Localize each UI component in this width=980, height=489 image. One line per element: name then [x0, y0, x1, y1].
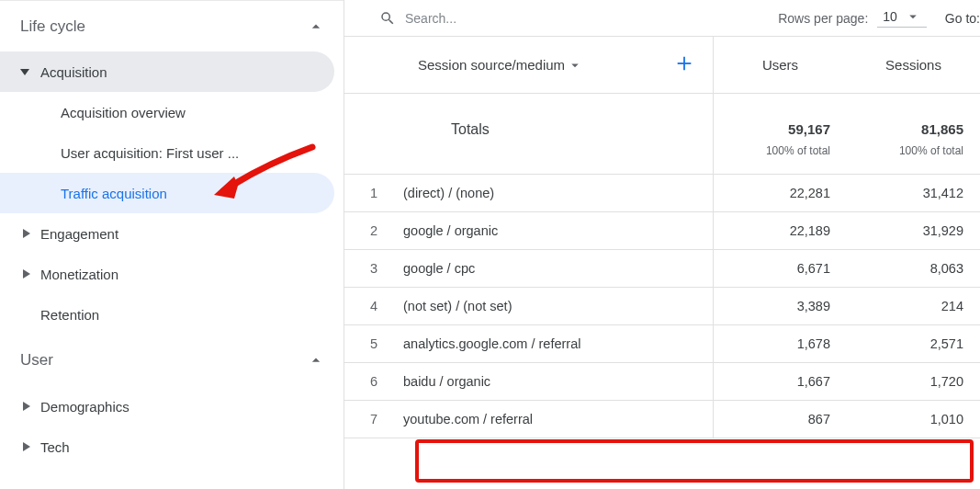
nav-item-label: Retention — [40, 307, 99, 323]
metric-header-sessions[interactable]: Sessions — [847, 37, 980, 94]
nav-group-label: Engagement — [40, 226, 118, 242]
plus-icon — [674, 53, 694, 74]
row-users-value: 22,189 — [714, 212, 847, 250]
section-label: User — [20, 351, 53, 370]
row-index: 4 — [344, 288, 390, 325]
chevron-up-icon — [307, 351, 325, 370]
row-sessions-value: 1,010 — [847, 401, 980, 438]
row-sessions-value: 8,063 — [847, 250, 980, 288]
totals-sessions: 81,865 100% of total — [847, 94, 980, 175]
goto-label[interactable]: Go to: — [945, 11, 980, 26]
row-dimension-value[interactable]: google / organic — [390, 212, 714, 250]
nav-group-label: Tech — [40, 439, 70, 455]
section-heading-user[interactable]: User — [0, 335, 344, 386]
data-table: Session source/medium Users Sessions Tot… — [344, 37, 980, 438]
row-users-value: 6,671 — [714, 250, 847, 288]
nav-group-tech[interactable]: Tech — [0, 426, 344, 467]
search-field[interactable] — [379, 10, 778, 27]
nav-group-demographics[interactable]: Demographics — [0, 386, 344, 426]
section-label: Life cycle — [20, 17, 85, 36]
triangle-down-icon — [20, 67, 33, 76]
row-dimension-value[interactable]: google / cpc — [390, 250, 714, 288]
search-icon — [379, 10, 396, 27]
nav-group-monetization[interactable]: Monetization — [0, 254, 344, 294]
nav-group-label: Demographics — [40, 399, 130, 415]
row-index: 1 — [344, 175, 390, 212]
row-index: 5 — [344, 325, 390, 363]
totals-users-pct: 100% of total — [766, 144, 830, 157]
main-content: Rows per page: 10 Go to: Session source/… — [344, 0, 980, 489]
nav-item-user-acquisition[interactable]: User acquisition: First user ... — [0, 132, 334, 173]
row-sessions-value: 31,929 — [847, 212, 980, 250]
search-input[interactable] — [405, 11, 534, 26]
totals-label-cell: Totals — [344, 94, 714, 175]
nav-item-traffic-acquisition[interactable]: Traffic acquisition — [0, 173, 334, 213]
chevron-up-icon — [307, 17, 325, 36]
row-index: 7 — [344, 401, 390, 438]
totals-sessions-value: 81,865 — [863, 121, 963, 137]
triangle-right-icon — [20, 402, 33, 411]
rows-select[interactable]: 10 — [877, 8, 927, 28]
add-dimension-button[interactable] — [674, 53, 694, 76]
nav-item-retention[interactable]: Retention — [0, 294, 344, 335]
row-index: 6 — [344, 363, 390, 401]
row-index: 2 — [344, 212, 390, 250]
nav-group-label: Acquisition — [40, 64, 107, 80]
table-toolbar: Rows per page: 10 Go to: — [344, 0, 980, 37]
sidebar: Life cycle Acquisition Acquisition overv… — [0, 0, 344, 489]
dimension-header[interactable]: Session source/medium — [344, 37, 714, 94]
row-dimension-value[interactable]: (direct) / (none) — [390, 175, 714, 212]
nav-group-engagement[interactable]: Engagement — [0, 213, 344, 254]
nav-group-acquisition[interactable]: Acquisition — [0, 51, 334, 92]
annotation-highlight-box — [415, 439, 974, 483]
rows-value: 10 — [883, 9, 897, 24]
dimension-name: Session source/medium — [418, 57, 565, 73]
row-users-value: 22,281 — [714, 175, 847, 212]
row-users-value: 1,667 — [714, 363, 847, 401]
dropdown-icon — [567, 57, 583, 74]
row-dimension-value[interactable]: baidu / organic — [390, 363, 714, 401]
row-dimension-value[interactable]: analytics.google.com / referral — [390, 325, 714, 363]
row-users-value: 867 — [714, 401, 847, 438]
row-users-value: 1,678 — [714, 325, 847, 363]
row-users-value: 3,389 — [714, 288, 847, 325]
nav-item-label: Acquisition overview — [61, 105, 186, 120]
totals-label: Totals — [451, 121, 490, 137]
rows-per-page[interactable]: Rows per page: 10 — [778, 8, 927, 28]
row-sessions-value: 1,720 — [847, 363, 980, 401]
triangle-right-icon — [20, 229, 33, 238]
row-index: 3 — [344, 250, 390, 288]
totals-sessions-pct: 100% of total — [899, 144, 963, 157]
row-dimension-value[interactable]: (not set) / (not set) — [390, 288, 714, 325]
nav-item-label: User acquisition: First user ... — [61, 145, 239, 161]
nav-item-acquisition-overview[interactable]: Acquisition overview — [0, 92, 334, 132]
nav-group-label: Monetization — [40, 267, 118, 282]
totals-users: 59,167 100% of total — [714, 94, 847, 175]
row-sessions-value: 2,571 — [847, 325, 980, 363]
rows-label: Rows per page: — [778, 11, 868, 26]
row-sessions-value: 31,412 — [847, 175, 980, 212]
nav-item-label: Traffic acquisition — [61, 186, 167, 201]
triangle-right-icon — [20, 269, 33, 279]
section-heading-lifecycle[interactable]: Life cycle — [0, 0, 344, 51]
totals-users-value: 59,167 — [730, 121, 830, 137]
dropdown-icon — [905, 8, 921, 25]
triangle-right-icon — [20, 442, 33, 451]
row-dimension-value[interactable]: youtube.com / referral — [390, 401, 714, 438]
row-sessions-value: 214 — [847, 288, 980, 325]
metric-header-users[interactable]: Users — [714, 37, 847, 94]
